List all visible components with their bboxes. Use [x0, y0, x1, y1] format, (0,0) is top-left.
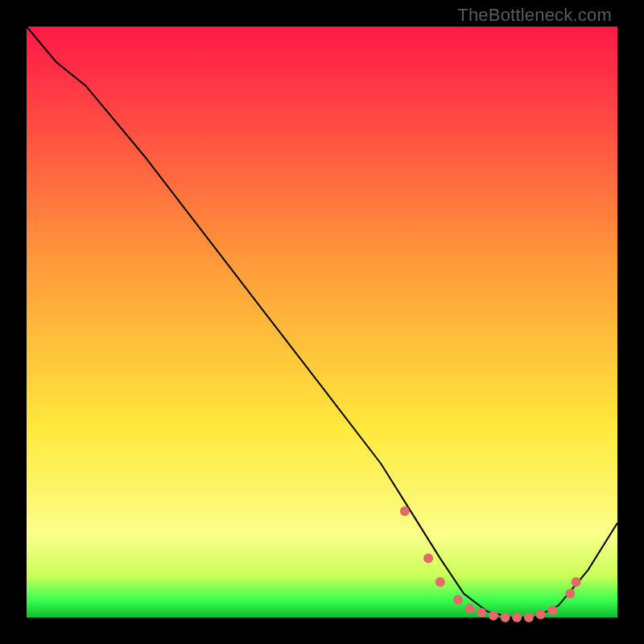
plot-area [27, 27, 617, 617]
marker-point [400, 506, 410, 516]
curve-layer [27, 27, 617, 617]
marker-point [536, 609, 546, 619]
marker-point [547, 605, 557, 615]
marker-point [572, 577, 581, 587]
marker-point [477, 608, 486, 617]
marker-point [489, 611, 498, 621]
chart-frame: TheBottleneck.com [0, 0, 644, 644]
marker-point [501, 613, 510, 622]
marker-point [423, 554, 433, 564]
marker-point [512, 613, 522, 622]
marker-point [453, 595, 463, 605]
bottleneck-curve [27, 27, 617, 617]
marker-point [436, 577, 445, 587]
highlight-markers [400, 506, 581, 622]
watermark-text: TheBottleneck.com [457, 5, 612, 26]
marker-point [565, 589, 575, 599]
marker-point [524, 613, 534, 622]
marker-point [465, 604, 475, 613]
